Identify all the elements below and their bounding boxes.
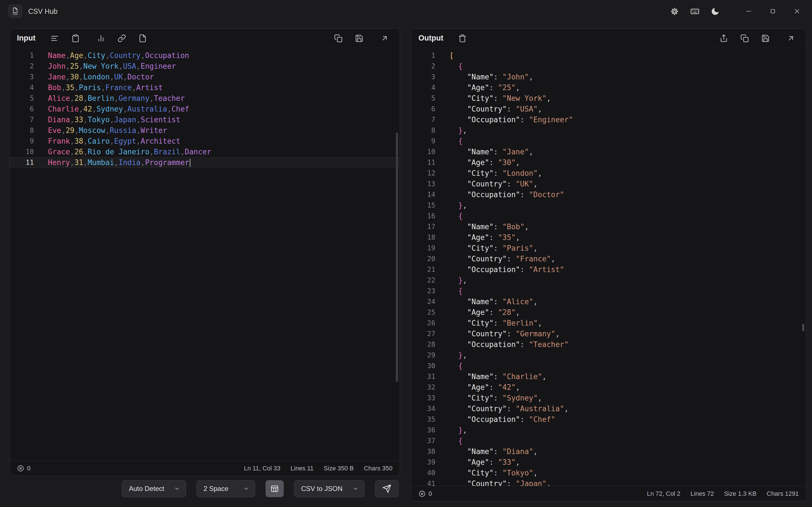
code-token: , [114,94,119,103]
line-code: { [435,136,463,147]
app-title: CSV Hub [28,7,57,15]
url-import-button[interactable] [114,31,130,46]
code-token: London [83,73,110,81]
line-count: Lines 11 [291,465,314,472]
code-token: , [463,426,467,434]
format-select[interactable]: Auto Detect [122,480,186,497]
editor-line: 4Bob,35,Paris,France,Artist [10,82,400,93]
code-token: : [494,73,502,81]
input-panel-header: Input [10,29,400,48]
code-token [449,362,458,370]
code-token: 38 [74,137,83,145]
editor-line: 15 }, [411,200,806,211]
expand-output-button[interactable] [783,31,799,46]
code-token [449,105,467,113]
input-toolbar [47,31,151,46]
code-token: 28 [74,94,83,103]
code-token: "35" [498,233,516,242]
code-token: Architect [141,137,181,145]
save-input-button[interactable] [351,31,367,46]
format-button[interactable] [47,31,63,46]
code-token: Moscow [79,126,105,135]
code-token: , [132,83,136,92]
indent-select[interactable]: 2 Space [197,480,255,497]
settings-button[interactable] [664,3,684,20]
code-token: "Diana" [502,447,534,456]
line-code: "Age": "42", [435,382,520,393]
close-button[interactable] [785,3,809,20]
minimize-button[interactable] [737,3,761,20]
scrollbar-thumb[interactable] [396,132,398,382]
code-token: , [167,105,172,113]
editor-line: 31 "Name": "Charlie", [411,371,806,382]
line-number: 3 [411,71,435,82]
input-actions [331,31,393,46]
convert-button[interactable] [375,480,399,497]
line-code: { [435,61,463,71]
code-token: Doctor [128,73,154,81]
csv-editor[interactable]: 1Name,Age,City,Country,Occupation2John,2… [10,48,400,460]
code-token: , [83,137,88,145]
code-token: "London" [502,169,538,177]
json-editor[interactable]: 1[2 {3 "Name": "John",4 "Age": "25",5 "C… [411,48,806,486]
column-stats-button[interactable] [93,31,109,46]
code-token: : [494,223,502,231]
code-token: , [70,158,74,167]
error-count: 0 [428,490,432,497]
clear-output-button[interactable] [455,31,470,46]
code-token: "28" [498,308,516,317]
editor-line: 4 "Age": "25", [411,82,806,93]
line-code: "Name": "Diana", [435,446,538,457]
code-token: , [538,319,542,327]
code-token [449,319,467,327]
code-token: , [533,447,538,456]
line-number: 22 [411,275,435,286]
line-code: "Country": "France", [435,253,555,264]
code-token: , [66,51,70,60]
code-token: , [61,83,66,92]
minimize-icon [745,8,752,15]
line-code: { [435,211,463,221]
code-token: , [136,115,141,124]
paste-button[interactable] [68,31,84,46]
code-token: "Age" [467,158,489,167]
code-token: Dancer [185,148,211,156]
keyboard-shortcuts-button[interactable] [684,3,705,20]
maximize-button[interactable] [761,3,785,20]
theme-toggle-button[interactable] [705,3,725,20]
copy-output-button[interactable] [737,31,753,46]
editor-line: 29 }, [411,350,806,360]
code-token: , [551,255,555,263]
output-toolbar [455,31,470,46]
code-token: , [70,137,74,145]
table-view-button[interactable] [266,480,284,497]
expand-input-button[interactable] [377,31,393,46]
file-import-button[interactable] [135,31,151,46]
editor-line: 6 "Country": "USA", [411,104,806,114]
code-token: : [489,458,498,466]
code-token: Chef [171,105,189,113]
conversion-select[interactable]: CSV to JSON [294,480,364,497]
editor-line: 38 "Name": "Diana", [411,446,806,457]
code-token [449,126,458,135]
indent-select-value: 2 Space [204,485,229,493]
line-code: Henry,31,Mumbai,India,Programmer [34,157,190,168]
output-panel: Output [411,29,806,501]
line-code: "Name": "Charlie", [435,371,546,382]
save-output-button[interactable] [758,31,773,46]
code-token [449,340,467,349]
code-token [449,287,458,295]
line-number: 38 [411,446,435,457]
code-token: , [110,115,114,124]
code-token: "UK" [516,180,534,188]
share-output-button[interactable] [716,31,732,46]
code-token: Henry [48,158,70,167]
code-token: Writer [141,126,167,135]
scrollbar-thumb[interactable] [802,324,804,331]
line-code: { [435,286,463,296]
copy-input-button[interactable] [331,31,346,46]
code-token: , [529,73,534,81]
editor-line: 32 "Age": "42", [411,382,806,393]
line-number: 9 [411,136,435,147]
code-token: { [458,437,463,445]
